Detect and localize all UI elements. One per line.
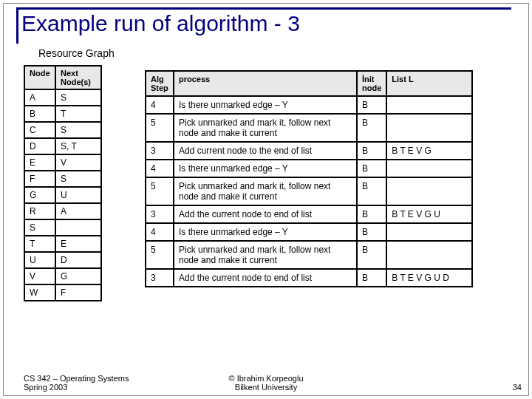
table-row: EV xyxy=(24,154,101,171)
cell-init: B xyxy=(357,114,386,142)
cell-list: B T E V G xyxy=(386,142,472,160)
cell-list xyxy=(386,177,472,205)
cell-process: Is there unmarked edge – Y xyxy=(174,96,357,114)
table-row: CS xyxy=(24,122,101,138)
cell-process: Add the current node to end of list xyxy=(174,269,357,287)
table-row: DS, T xyxy=(24,138,101,154)
cell-node: F xyxy=(24,171,55,187)
cell-list xyxy=(386,223,472,241)
header-init: İnit node xyxy=(357,71,386,96)
cell-node: A xyxy=(24,89,55,106)
cell-node: V xyxy=(24,268,55,284)
cell-next: F xyxy=(55,284,101,301)
cell-step: 3 xyxy=(146,205,174,223)
cell-next: S, T xyxy=(55,138,101,154)
cell-next: S xyxy=(55,122,101,138)
cell-init: B xyxy=(357,205,386,223)
table-row: WF xyxy=(24,284,101,301)
table-row: VG xyxy=(24,268,101,284)
cell-next: G xyxy=(55,268,101,284)
cell-step: 3 xyxy=(146,269,174,287)
cell-process: Pick unmarked and mark it, follow next n… xyxy=(174,241,357,269)
table-row: S xyxy=(24,219,101,236)
cell-init: B xyxy=(357,269,386,287)
header-process: process xyxy=(174,71,357,96)
cell-step: 5 xyxy=(146,114,174,142)
slide-title: Example run of algorithm - 3 xyxy=(21,11,511,36)
table-row: 5Pick unmarked and mark it, follow next … xyxy=(146,241,472,269)
header-next: Next Node(s) xyxy=(55,66,101,89)
cell-node: B xyxy=(24,106,55,122)
cell-node: C xyxy=(24,122,55,138)
cell-init: B xyxy=(357,177,386,205)
cell-step: 4 xyxy=(146,223,174,241)
cell-list xyxy=(386,114,472,142)
cell-init: B xyxy=(357,241,386,269)
table-row: 4Is there unmarked edge – YB xyxy=(146,223,472,241)
cell-next xyxy=(55,219,101,236)
cell-next: V xyxy=(55,154,101,171)
cell-node: E xyxy=(24,154,55,171)
cell-next: D xyxy=(55,252,101,268)
cell-step: 4 xyxy=(146,160,174,177)
table-row: 3Add the current node to end of listBB T… xyxy=(146,205,472,223)
resource-graph-table: Node Next Node(s) AS BT CS DS, T EV FS G… xyxy=(24,65,102,301)
table-row: 3Add current node to the end of listBB T… xyxy=(146,142,472,160)
table-row: 5Pick unmarked and mark it, follow next … xyxy=(146,114,472,142)
cell-list: B T E V G U xyxy=(386,205,472,223)
cell-step: 5 xyxy=(146,177,174,205)
cell-init: B xyxy=(357,223,386,241)
title-box: Example run of algorithm - 3 xyxy=(16,7,511,44)
cell-process: Is there unmarked edge – Y xyxy=(174,160,357,177)
cell-process: Add the current node to end of list xyxy=(174,205,357,223)
algorithm-steps-table: Alg Step process İnit node List L 4Is th… xyxy=(145,70,473,287)
page-number: 34 xyxy=(513,383,522,392)
table-row: 4Is there unmarked edge – YB xyxy=(146,96,472,114)
subtitle: Resource Graph xyxy=(38,47,115,59)
cell-next: S xyxy=(55,89,101,106)
cell-node: U xyxy=(24,252,55,268)
table-row: 5Pick unmarked and mark it, follow next … xyxy=(146,177,472,205)
table-row: TE xyxy=(24,236,101,252)
table-row: 3Add the current node to end of listBB T… xyxy=(146,269,472,287)
cell-list xyxy=(386,241,472,269)
table-row: FS xyxy=(24,171,101,187)
cell-next: U xyxy=(55,187,101,203)
cell-node: T xyxy=(24,236,55,252)
table-header-row: Node Next Node(s) xyxy=(24,66,101,89)
header-node: Node xyxy=(24,66,55,89)
cell-step: 3 xyxy=(146,142,174,160)
cell-list: B T E V G U D xyxy=(386,269,472,287)
cell-process: Pick unmarked and mark it, follow next n… xyxy=(174,114,357,142)
cell-process: Add current node to the end of list xyxy=(174,142,357,160)
cell-init: B xyxy=(357,96,386,114)
footer-copyright: © Ibrahim Korpeoglu xyxy=(0,374,532,383)
header-step: Alg Step xyxy=(146,71,174,96)
cell-next: S xyxy=(55,171,101,187)
cell-node: R xyxy=(24,203,55,219)
table-row: RA xyxy=(24,203,101,219)
cell-next: A xyxy=(55,203,101,219)
cell-step: 4 xyxy=(146,96,174,114)
cell-init: B xyxy=(357,142,386,160)
cell-step: 5 xyxy=(146,241,174,269)
cell-node: W xyxy=(24,284,55,301)
cell-next: T xyxy=(55,106,101,122)
footer-university: Bilkent University xyxy=(0,383,532,392)
cell-list xyxy=(386,96,472,114)
cell-node: S xyxy=(24,219,55,236)
footer-center: © Ibrahim Korpeoglu Bilkent University xyxy=(0,374,532,392)
cell-init: B xyxy=(357,160,386,177)
cell-list xyxy=(386,160,472,177)
cell-node: D xyxy=(24,138,55,154)
table-row: 4Is there unmarked edge – YB xyxy=(146,160,472,177)
table-row: AS xyxy=(24,89,101,106)
header-list: List L xyxy=(386,71,472,96)
cell-process: Pick unmarked and mark it, follow next n… xyxy=(174,177,357,205)
cell-next: E xyxy=(55,236,101,252)
table-header-row: Alg Step process İnit node List L xyxy=(146,71,472,96)
table-row: GU xyxy=(24,187,101,203)
cell-node: G xyxy=(24,187,55,203)
table-row: BT xyxy=(24,106,101,122)
cell-process: Is there unmarked edge – Y xyxy=(174,223,357,241)
